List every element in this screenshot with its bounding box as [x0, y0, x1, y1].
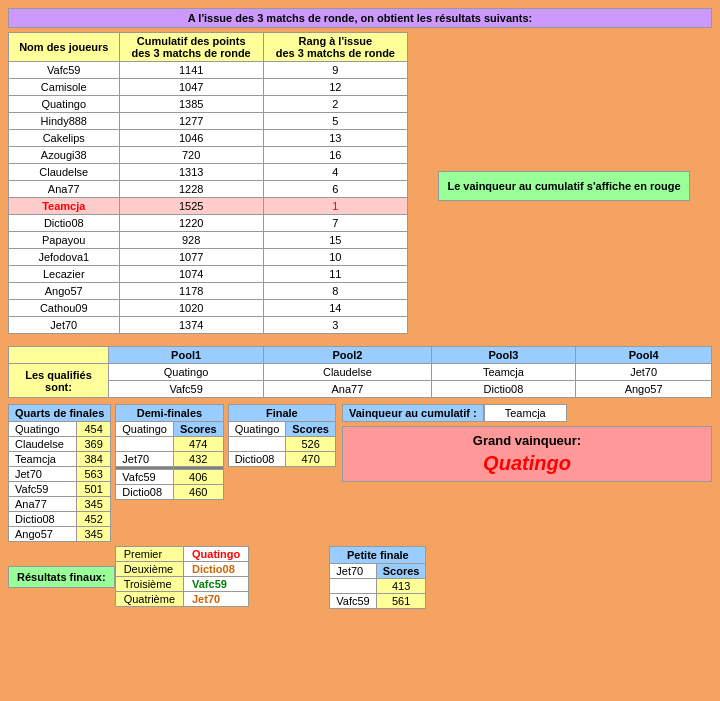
- col-rank-header: Rang à l'issue des 3 matchs de ronde: [263, 33, 407, 62]
- name-3: Vafc59: [184, 577, 249, 592]
- name-1: Quatingo: [184, 547, 249, 562]
- score-cell: 1074: [119, 266, 263, 283]
- bracket-left: Quarts de finales Quatingo 454 Claudelse…: [8, 404, 336, 542]
- info-box-area: Le vainqueur au cumulatif s'affiche en r…: [416, 32, 712, 340]
- table-row: Lecazier107411: [9, 266, 408, 283]
- resultats-label: Résultats finaux:: [8, 566, 115, 588]
- s-score-3: 406: [173, 470, 223, 485]
- rank-1: Premier: [115, 547, 183, 562]
- q-player-2: Claudelse: [9, 437, 77, 452]
- score-cell: 1385: [119, 96, 263, 113]
- rank-cell: 2: [263, 96, 407, 113]
- rank-cell: 4: [263, 164, 407, 181]
- rank-cell: 16: [263, 147, 407, 164]
- rank-cell: 6: [263, 181, 407, 198]
- table-row: Hindy88812775: [9, 113, 408, 130]
- quarters-table: Quarts de finales Quatingo 454 Claudelse…: [8, 404, 111, 542]
- s-score-2: 432: [173, 452, 223, 467]
- qualified-player-cell: Jet70: [576, 364, 712, 381]
- score-cell: 928: [119, 232, 263, 249]
- qualified-player-cell: Claudelse: [264, 364, 432, 381]
- player-name-cell: Vafc59: [9, 62, 120, 79]
- score-cell: 1046: [119, 130, 263, 147]
- table-row: Camisole104712: [9, 79, 408, 96]
- score-cell: 1277: [119, 113, 263, 130]
- info-text: Le vainqueur au cumulatif s'affiche en r…: [447, 180, 680, 192]
- player-name-cell: Camisole: [9, 79, 120, 96]
- q-score-6: 345: [76, 497, 110, 512]
- col-players-header: Nom des joueurs: [9, 33, 120, 62]
- player-name-cell: Cakelips: [9, 130, 120, 147]
- score-cell: 1020: [119, 300, 263, 317]
- table-row: Jet7013743: [9, 317, 408, 334]
- rank-cell: 11: [263, 266, 407, 283]
- qualified-label: Les qualifiés sont:: [9, 364, 109, 398]
- score-cell: 1047: [119, 79, 263, 96]
- pool2-header: Pool2: [264, 347, 432, 364]
- quarters-container: Quarts de finales Quatingo 454 Claudelse…: [8, 404, 111, 542]
- rank-cell: 5: [263, 113, 407, 130]
- finale-container: Finale Quatingo Scores 526 Di: [228, 404, 336, 467]
- table-row: Ana7712286: [9, 181, 408, 198]
- quarters-title: Quarts de finales: [9, 405, 111, 422]
- f-scores-header: Scores: [286, 422, 336, 437]
- table-row: Papayou92815: [9, 232, 408, 249]
- table-row: Quatingo13852: [9, 96, 408, 113]
- s-player-3: Vafc59: [116, 470, 174, 485]
- petite-finale-title: Petite finale: [330, 547, 426, 564]
- grand-vainqueur-title: Grand vainqueur:: [353, 433, 701, 448]
- score-cell: 1178: [119, 283, 263, 300]
- qualified-player-cell: Teamcja: [431, 364, 576, 381]
- rank-cell: 13: [263, 130, 407, 147]
- table-row: Jefodova1107710: [9, 249, 408, 266]
- rank-cell: 12: [263, 79, 407, 96]
- f-player-2: Dictio08: [228, 452, 286, 467]
- qualified-player-cell: Ana77: [264, 381, 432, 398]
- results-table-container: Nom des joueurs Cumulatif des points des…: [8, 32, 408, 340]
- q-player-3: Teamcja: [9, 452, 77, 467]
- qualified-player-cell: Vafc59: [109, 381, 264, 398]
- pf-score-1: 413: [376, 579, 426, 594]
- rank-cell: 7: [263, 215, 407, 232]
- pool4-header: Pool4: [576, 347, 712, 364]
- vainqueur-bar: Vainqueur au cumulatif : Teamcja: [342, 404, 712, 422]
- pool3-header: Pool3: [431, 347, 576, 364]
- brackets-row: Quarts de finales Quatingo 454 Claudelse…: [8, 404, 336, 542]
- pf-scores-header: Scores: [376, 564, 426, 579]
- score-cell: 1525: [119, 198, 263, 215]
- table-row: Cakelips104613: [9, 130, 408, 147]
- semis-container: Demi-finales Quatingo Scores 474: [115, 404, 223, 500]
- q-player-7: Dictio08: [9, 512, 77, 527]
- player-name-cell: Quatingo: [9, 96, 120, 113]
- bracket-top-row: Quarts de finales Quatingo 454 Claudelse…: [8, 404, 712, 542]
- score-cell: 1228: [119, 181, 263, 198]
- player-name-cell: Hindy888: [9, 113, 120, 130]
- player-name-cell: Cathou09: [9, 300, 120, 317]
- s-score-4: 460: [173, 485, 223, 500]
- score-cell: 1374: [119, 317, 263, 334]
- q-player-4: Jet70: [9, 467, 77, 482]
- table-row: Ango5711788: [9, 283, 408, 300]
- pf-player-1-label: Jet70: [330, 564, 376, 579]
- rank-4: Quatrième: [115, 592, 183, 607]
- right-panel: Vainqueur au cumulatif : Teamcja Grand v…: [342, 404, 712, 482]
- resultats-table: Premier Quatingo Deuxième Dictio08 Trois…: [115, 546, 250, 607]
- semis-table: Demi-finales Quatingo Scores 474: [115, 404, 223, 500]
- bracket-section: Quarts de finales Quatingo 454 Claudelse…: [8, 404, 712, 542]
- qualified-player-cell: Quatingo: [109, 364, 264, 381]
- player-name-cell: Lecazier: [9, 266, 120, 283]
- score-cell: 720: [119, 147, 263, 164]
- q-score-8: 345: [76, 527, 110, 542]
- qualified-row: Vafc59Ana77Dictio08Ango57: [9, 381, 712, 398]
- s-scores-header: Scores: [173, 422, 223, 437]
- player-name-cell: Ana77: [9, 181, 120, 198]
- finale-title: Finale: [228, 405, 335, 422]
- q-score-5: 501: [76, 482, 110, 497]
- pf-blank: [330, 579, 376, 594]
- q-score-4: 563: [76, 467, 110, 482]
- qualified-player-cell: Ango57: [576, 381, 712, 398]
- resultats-section: Résultats finaux: Premier Quatingo Deuxi…: [8, 546, 249, 607]
- q-player-8: Ango57: [9, 527, 77, 542]
- rank-2: Deuxième: [115, 562, 183, 577]
- vainqueur-value: Teamcja: [484, 404, 567, 422]
